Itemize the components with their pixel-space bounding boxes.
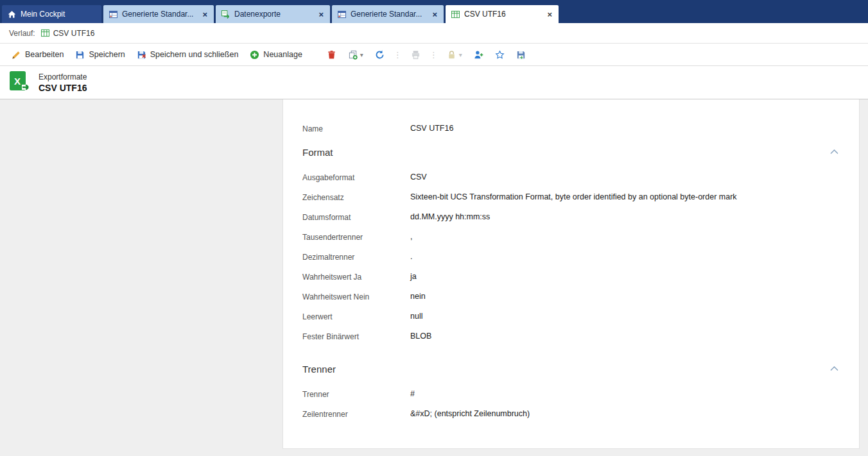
field-label: Tausendertrenner — [302, 232, 410, 242]
field-value: &#xD; (entspricht Zeilenumbruch) — [410, 409, 530, 418]
form-row-leerwert: Leerwert null — [302, 312, 840, 323]
field-value: . — [410, 252, 412, 261]
csv-table-icon — [451, 10, 460, 19]
edit-button-label: Bearbeiten — [25, 50, 64, 59]
tab-label: Mein Cockpit — [21, 10, 96, 19]
chevron-down-icon[interactable]: ▾ — [459, 51, 462, 58]
table-icon — [338, 10, 346, 19]
export-button[interactable] — [511, 47, 531, 62]
tab-close-icon[interactable]: × — [318, 10, 324, 19]
tab-generierte-standard-2[interactable]: Generierte Standar... × — [332, 5, 444, 23]
record-category: Exportformate — [39, 72, 87, 81]
detail-panel: Name CSV UTF16 Format Ausgabeformat CSV … — [282, 99, 860, 449]
tab-label: Generierte Standar... — [122, 10, 197, 19]
field-label: Datumsformat — [302, 212, 410, 222]
field-label: Ausgabeformat — [302, 173, 410, 182]
lock-button[interactable]: ▾ — [442, 47, 467, 62]
field-label: Leerwert — [302, 312, 410, 321]
section-header-format: Format — [302, 146, 840, 158]
field-label: Fester Binärwert — [302, 332, 410, 341]
form-row-wahrheitswert-ja: Wahrheitswert Ja ja — [302, 272, 840, 283]
chevron-down-icon[interactable]: ▾ — [360, 51, 363, 58]
field-label: Name — [302, 124, 410, 133]
trash-icon — [327, 50, 336, 60]
toolbar: Bearbeiten Speichern Speichern und schli… — [0, 44, 868, 66]
history-item-label: CSV UTF16 — [53, 29, 95, 38]
form-row-zeichensatz: Zeichensatz Sixteen-bit UCS Transformati… — [302, 192, 840, 204]
tab-close-icon[interactable]: × — [431, 10, 438, 19]
home-icon — [8, 10, 16, 19]
field-value: CSV UTF16 — [410, 124, 453, 133]
form-row-wahrheitswert-nein: Wahrheitswert Nein nein — [302, 292, 840, 303]
lock-icon — [447, 50, 456, 60]
plus-circle-icon — [250, 50, 259, 60]
tab-generierte-standard-1[interactable]: Generierte Standar... × — [103, 5, 214, 23]
form-row-zeilentrenner: Zeilentrenner &#xD; (entspricht Zeilenum… — [302, 409, 840, 421]
form-row-tausendertrenner: Tausendertrenner , — [302, 232, 840, 244]
field-value: # — [410, 389, 415, 398]
refresh-button[interactable] — [370, 47, 390, 62]
tab-datenexporte[interactable]: Datenexporte × — [216, 5, 330, 23]
form-row-trenner: Trenner # — [302, 389, 840, 401]
page-title: CSV UTF16 — [39, 83, 87, 93]
table-icon — [109, 10, 117, 19]
copy-button[interactable]: ▾ — [343, 47, 369, 62]
floppy-icon — [75, 50, 85, 60]
tab-label: Datenexporte — [234, 10, 313, 19]
new-record-button[interactable]: Neuanlage — [245, 47, 307, 62]
pencil-icon — [12, 50, 21, 60]
history-label: Verlauf: — [9, 29, 35, 38]
star-icon — [495, 50, 505, 60]
field-value: nein — [410, 292, 426, 301]
field-label: Zeilentrenner — [302, 409, 410, 419]
print-button[interactable] — [406, 47, 426, 62]
refresh-icon — [375, 50, 385, 60]
add-user-button[interactable] — [469, 47, 489, 62]
favorite-button[interactable] — [490, 47, 510, 62]
field-value: null — [410, 312, 422, 321]
tab-label: CSV UTF16 — [464, 10, 542, 19]
printer-icon — [411, 50, 421, 60]
floppy-close-icon — [137, 50, 146, 60]
copy-icon — [348, 50, 358, 60]
tab-bar: Mein Cockpit Generierte Standar... × Dat… — [0, 0, 868, 23]
record-header: X Exportformate CSV UTF16 — [0, 66, 868, 99]
svg-text:X: X — [14, 76, 21, 87]
form-row-datumsformat: Datumsformat dd.MM.yyyy hh:mm:ss — [302, 212, 840, 224]
tab-close-icon[interactable]: × — [202, 10, 208, 19]
tab-close-icon[interactable]: × — [546, 10, 553, 19]
field-label: Dezimaltrenner — [302, 252, 410, 262]
collapse-chevron-icon[interactable] — [829, 365, 840, 373]
person-plus-icon — [474, 50, 483, 60]
field-label: Wahrheitswert Ja — [302, 272, 410, 282]
field-label: Trenner — [302, 389, 410, 399]
field-value: dd.MM.yyyy hh:mm:ss — [410, 212, 490, 221]
save-button[interactable]: Speichern — [70, 47, 130, 62]
field-label: Zeichensatz — [302, 192, 410, 202]
toolbar-separator: ⋮ — [391, 50, 404, 60]
csv-table-icon — [41, 29, 49, 37]
collapse-chevron-icon[interactable] — [829, 148, 840, 156]
field-label: Wahrheitswert Nein — [302, 292, 410, 301]
field-value: Sixteen-bit UCS Transformation Format, b… — [410, 192, 737, 201]
form-row-ausgabeformat: Ausgabeformat CSV — [302, 173, 840, 184]
field-value: CSV — [410, 173, 427, 182]
section-title: Format — [302, 147, 333, 158]
tab-mein-cockpit[interactable]: Mein Cockpit — [2, 5, 101, 23]
data-export-icon — [221, 10, 230, 19]
save-and-close-button[interactable]: Speichern und schließen — [132, 47, 244, 62]
form-row-dezimaltrenner: Dezimaltrenner . — [302, 252, 840, 264]
content-area: Name CSV UTF16 Format Ausgabeformat CSV … — [0, 99, 868, 456]
section-header-trenner: Trenner — [302, 362, 840, 375]
tab-label: Generierte Standar... — [351, 10, 427, 19]
floppy-export-icon — [516, 50, 526, 60]
history-item-csv-utf16[interactable]: CSV UTF16 — [41, 29, 95, 38]
export-format-icon: X — [9, 71, 32, 94]
field-value: ja — [410, 272, 417, 281]
delete-button[interactable] — [322, 47, 342, 62]
edit-button[interactable]: Bearbeiten — [6, 47, 69, 62]
field-value: , — [410, 232, 412, 241]
history-bar: Verlauf: CSV UTF16 — [0, 23, 868, 44]
tab-csv-utf16[interactable]: CSV UTF16 × — [446, 5, 559, 23]
save-and-close-button-label: Speichern und schließen — [150, 50, 239, 59]
